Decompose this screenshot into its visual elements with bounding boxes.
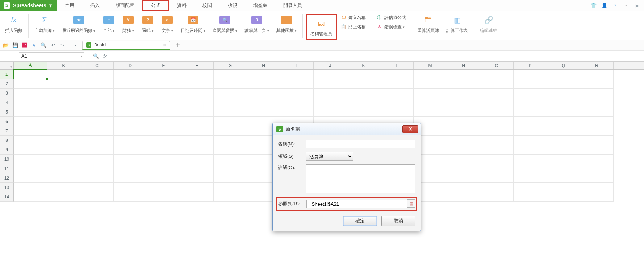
cell[interactable] xyxy=(147,192,180,202)
cell[interactable] xyxy=(447,79,480,89)
error-check-button[interactable]: ⚠錯誤檢查 xyxy=(376,23,406,30)
finance-button[interactable]: ¥ 財務 xyxy=(119,14,137,34)
cell[interactable] xyxy=(147,136,180,145)
menu-增益集[interactable]: 增益集 xyxy=(245,0,275,11)
cell[interactable] xyxy=(547,145,580,155)
column-header[interactable]: H xyxy=(247,62,280,69)
cell[interactable] xyxy=(514,173,547,183)
cell[interactable] xyxy=(147,164,180,173)
cell[interactable] xyxy=(547,136,580,145)
row-header[interactable]: 5 xyxy=(0,107,14,117)
cell[interactable] xyxy=(47,183,80,192)
cell[interactable] xyxy=(314,70,347,79)
cell[interactable] xyxy=(514,183,547,192)
column-header[interactable]: J xyxy=(314,62,347,69)
cell[interactable] xyxy=(47,173,80,183)
cell[interactable] xyxy=(180,89,214,98)
cell[interactable] xyxy=(380,70,414,79)
cell[interactable] xyxy=(547,126,580,136)
search-icon[interactable]: 🔍 xyxy=(93,53,99,59)
cell[interactable] xyxy=(480,192,514,202)
cell[interactable] xyxy=(14,89,47,98)
scope-select[interactable]: 活頁簿 xyxy=(306,152,353,161)
row-header[interactable]: 12 xyxy=(0,173,14,183)
cell[interactable] xyxy=(480,136,514,145)
save-icon[interactable]: 💾 xyxy=(12,42,18,48)
cell[interactable] xyxy=(380,107,414,117)
cell[interactable] xyxy=(180,173,214,183)
cell[interactable] xyxy=(47,155,80,164)
row-header[interactable]: 14 xyxy=(0,192,14,202)
cell[interactable] xyxy=(80,89,114,98)
cell[interactable] xyxy=(214,173,247,183)
column-header[interactable]: G xyxy=(214,62,247,69)
cell[interactable] xyxy=(180,145,214,155)
cell[interactable] xyxy=(214,183,247,192)
close-button[interactable]: ✕ xyxy=(402,125,418,133)
cell[interactable] xyxy=(114,70,147,79)
cell[interactable] xyxy=(180,107,214,117)
cell[interactable] xyxy=(347,107,380,117)
cell[interactable] xyxy=(547,107,580,117)
cell[interactable] xyxy=(414,79,447,89)
cell[interactable] xyxy=(547,192,580,202)
column-header[interactable]: B xyxy=(47,62,80,69)
ok-button[interactable]: 確定 xyxy=(343,216,377,226)
cell[interactable] xyxy=(114,98,147,107)
cell[interactable] xyxy=(214,164,247,173)
cell[interactable] xyxy=(480,126,514,136)
cell[interactable] xyxy=(480,70,514,79)
cell[interactable] xyxy=(80,98,114,107)
cell[interactable] xyxy=(14,192,47,202)
cell[interactable] xyxy=(14,126,47,136)
cell[interactable] xyxy=(380,79,414,89)
cell[interactable] xyxy=(47,126,80,136)
cell[interactable] xyxy=(180,79,214,89)
cell[interactable] xyxy=(580,98,614,107)
menu-檢視[interactable]: 檢視 xyxy=(220,0,245,11)
cell[interactable] xyxy=(214,107,247,117)
autosum-button[interactable]: Σ 自動加總 xyxy=(32,14,58,34)
cell[interactable] xyxy=(214,126,247,136)
row-header[interactable]: 8 xyxy=(0,136,14,145)
cell[interactable] xyxy=(447,117,480,126)
cell[interactable] xyxy=(114,164,147,173)
document-tab[interactable]: S Book1 × xyxy=(82,41,170,50)
cell[interactable] xyxy=(514,126,547,136)
cell[interactable] xyxy=(214,98,247,107)
cell[interactable] xyxy=(514,145,547,155)
cell[interactable] xyxy=(147,145,180,155)
cell[interactable] xyxy=(47,117,80,126)
cell[interactable] xyxy=(580,192,614,202)
cell[interactable] xyxy=(80,136,114,145)
column-header[interactable]: O xyxy=(480,62,514,69)
cell[interactable] xyxy=(14,136,47,145)
cell[interactable] xyxy=(114,145,147,155)
restore-icon[interactable]: ▣ xyxy=(634,3,640,8)
cell[interactable] xyxy=(47,107,80,117)
cell[interactable] xyxy=(280,98,314,107)
column-header[interactable]: E xyxy=(147,62,180,69)
recent-functions-button[interactable]: ★ 最近用過的函數 xyxy=(59,14,98,34)
shirt-icon[interactable]: 👕 xyxy=(590,3,596,8)
formula-input[interactable] xyxy=(107,52,644,60)
column-header[interactable]: P xyxy=(514,62,547,69)
cell[interactable] xyxy=(447,136,480,145)
row-header[interactable]: 13 xyxy=(0,183,14,192)
cell[interactable] xyxy=(380,89,414,98)
chevron-down-icon[interactable]: ▾ xyxy=(623,3,629,8)
cell[interactable] xyxy=(180,126,214,136)
lookup-button[interactable]: 🔍 查閱與參照 xyxy=(210,14,240,34)
cell[interactable] xyxy=(580,117,614,126)
range-picker-button[interactable]: ▦ xyxy=(407,199,415,208)
cell[interactable] xyxy=(14,98,47,107)
column-header[interactable]: M xyxy=(414,62,447,69)
cell[interactable] xyxy=(114,173,147,183)
cell[interactable] xyxy=(80,126,114,136)
cell[interactable] xyxy=(580,136,614,145)
cell[interactable] xyxy=(514,136,547,145)
cell[interactable] xyxy=(280,107,314,117)
cell[interactable] xyxy=(480,107,514,117)
column-header[interactable]: A xyxy=(14,62,47,69)
cell[interactable] xyxy=(580,107,614,117)
